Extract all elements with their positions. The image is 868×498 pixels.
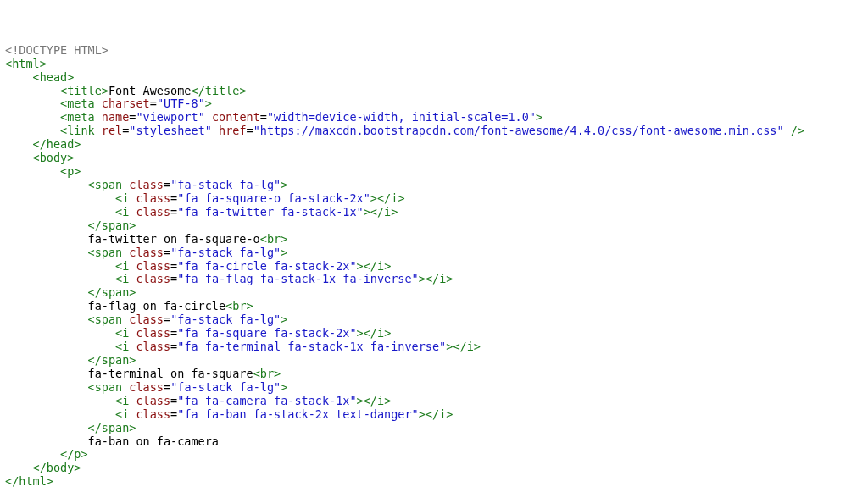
code-line: <span class="fa-stack fa-lg">: [5, 313, 863, 327]
code-line: </span>: [5, 422, 863, 435]
code-line: </body>: [5, 462, 863, 475]
code-line: fa-twitter on fa-square-o<br>: [5, 233, 863, 246]
code-line: <meta charset="UTF-8">: [5, 97, 863, 111]
code-line: fa-flag on fa-circle<br>: [5, 300, 863, 313]
code-line: <i class="fa fa-twitter fa-stack-1x"></i…: [5, 206, 863, 219]
code-line: <body>: [5, 152, 863, 165]
code-line: <link rel="stylesheet" href="https://max…: [5, 125, 863, 138]
code-line: <head>: [5, 71, 863, 85]
code-line: <i class="fa fa-square-o fa-stack-2x"></…: [5, 192, 863, 206]
code-line: <meta name="viewport" content="width=dev…: [5, 111, 863, 125]
code-line: <i class="fa fa-circle fa-stack-2x"></i>: [5, 260, 863, 274]
code-line: </span>: [5, 286, 863, 300]
code-listing: <!DOCTYPE HTML><html><head><title>Font A…: [5, 44, 863, 489]
code-line: <p>: [5, 165, 863, 179]
code-line: <i class="fa fa-square fa-stack-2x"></i>: [5, 327, 863, 340]
code-line: <span class="fa-stack fa-lg">: [5, 246, 863, 260]
code-line: <!DOCTYPE HTML>: [5, 44, 863, 58]
code-line: <i class="fa fa-ban fa-stack-2x text-dan…: [5, 408, 863, 422]
code-line: fa-terminal on fa-square<br>: [5, 368, 863, 381]
code-line: </head>: [5, 138, 863, 152]
code-line: <span class="fa-stack fa-lg">: [5, 381, 863, 395]
code-line: <title>Font Awesome</title>: [5, 85, 863, 98]
code-line: <html>: [5, 58, 863, 71]
code-line: </span>: [5, 354, 863, 368]
code-line: <i class="fa fa-terminal fa-stack-1x fa-…: [5, 340, 863, 354]
code-line: </span>: [5, 219, 863, 233]
code-line: <span class="fa-stack fa-lg">: [5, 179, 863, 192]
code-line: <i class="fa fa-camera fa-stack-1x"></i>: [5, 395, 863, 408]
code-line: </p>: [5, 448, 863, 462]
code-line: fa-ban on fa-camera: [5, 435, 863, 449]
code-line: </html>: [5, 475, 863, 489]
code-line: <i class="fa fa-flag fa-stack-1x fa-inve…: [5, 273, 863, 286]
